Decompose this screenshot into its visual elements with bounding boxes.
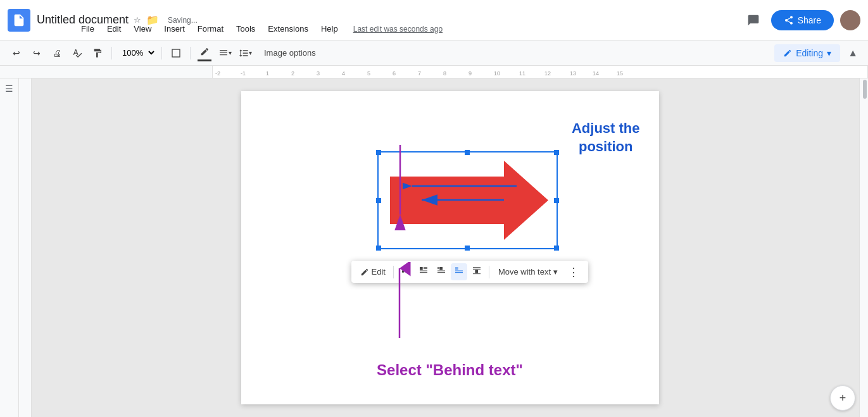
menu-bar: File Edit View Insert Format Tools Exten…: [32, 22, 487, 36]
align-break-button[interactable]: [433, 263, 450, 280]
handle-mr[interactable]: [554, 198, 559, 203]
editing-label: Editing: [796, 48, 823, 58]
doc-icon: [8, 9, 30, 32]
floating-image-toolbar: Edit: [351, 261, 589, 283]
title-bar: Untitled document ☆ 📁 Saving... File Edi…: [0, 0, 868, 40]
zoom-select[interactable]: 100%: [117, 46, 156, 59]
zoom-controls: +: [830, 385, 855, 411]
print-button[interactable]: 🖨: [48, 44, 66, 62]
title-section: Untitled document ☆ 📁 Saving... File Edi…: [37, 13, 198, 27]
move-with-text-label: Move with text: [498, 267, 551, 277]
select-behind-text-annotation: Select "Behind text": [377, 361, 523, 379]
svg-rect-0: [172, 49, 180, 57]
right-scrollbar-panel: [859, 78, 868, 417]
spellcheck-button[interactable]: [68, 44, 86, 62]
selection-border: [377, 151, 558, 249]
move-with-text-button[interactable]: Move with text ▾: [493, 265, 563, 279]
document-page: Edit: [241, 91, 659, 404]
comment-button[interactable]: [742, 9, 765, 32]
handle-tr[interactable]: [554, 150, 559, 155]
menu-file[interactable]: File: [76, 22, 99, 36]
line-spacing-button[interactable]: ▾: [236, 44, 254, 62]
edit-label: Edit: [372, 267, 386, 277]
handle-bm[interactable]: [465, 246, 470, 251]
ft-divider-2: [489, 266, 489, 278]
handle-tl[interactable]: [376, 150, 381, 155]
avatar: [840, 10, 860, 30]
editing-button[interactable]: Editing ▾: [774, 44, 840, 62]
divider-1: [111, 47, 112, 59]
print-layout-button[interactable]: [167, 44, 185, 62]
editing-dropdown-icon: ▾: [827, 48, 831, 58]
share-label: Share: [798, 15, 821, 25]
handle-bl[interactable]: [376, 246, 381, 251]
menu-insert[interactable]: Insert: [159, 22, 190, 36]
menu-tools[interactable]: Tools: [231, 22, 260, 36]
handle-tm[interactable]: [465, 150, 470, 155]
more-options-button[interactable]: ⋮: [564, 264, 583, 280]
svg-rect-22: [475, 270, 478, 273]
line-style-button[interactable]: ▾: [216, 44, 234, 62]
svg-rect-12: [439, 267, 443, 270]
right-controls: Share: [742, 9, 860, 32]
align-inline-button[interactable]: [398, 263, 414, 280]
align-behind-button[interactable]: [451, 263, 467, 280]
main-area: ☰: [0, 78, 868, 417]
border-color-button[interactable]: [196, 44, 213, 62]
secondary-toolbar: ↩ ↪ 🖨 100% ▾ ▾ Image options Editing ▾ ▲: [0, 40, 868, 66]
image-options-button[interactable]: Image options: [256, 46, 324, 60]
svg-rect-5: [402, 270, 404, 272]
scrollbar-thumb[interactable]: [863, 80, 867, 99]
ruler: -2 -1 1 2 3 4 5 6 7 8 9 10 11 12 13 14 1…: [0, 66, 868, 78]
adjust-position-annotation: Adjust the position: [572, 120, 640, 156]
ft-divider-1: [393, 266, 394, 278]
menu-format[interactable]: Format: [192, 22, 229, 36]
divider-2: [161, 47, 162, 59]
move-with-text-dropdown-icon: ▾: [553, 267, 558, 277]
align-front-button[interactable]: [469, 263, 485, 280]
menu-edit[interactable]: Edit: [102, 22, 126, 36]
menu-help[interactable]: Help: [316, 22, 343, 36]
svg-rect-3: [402, 267, 404, 269]
svg-rect-17: [455, 267, 458, 270]
menu-extensions[interactable]: Extensions: [263, 22, 313, 36]
svg-rect-7: [420, 267, 423, 270]
doc-area[interactable]: Edit: [32, 78, 868, 417]
last-edit-text[interactable]: Last edit was seconds ago: [353, 25, 443, 34]
edit-image-button[interactable]: Edit: [356, 265, 389, 279]
divider-3: [190, 47, 191, 59]
menu-view[interactable]: View: [129, 22, 156, 36]
handle-br[interactable]: [554, 246, 559, 251]
paint-format-button[interactable]: [89, 44, 106, 62]
handle-ml[interactable]: [376, 198, 381, 203]
left-panel: ☰: [0, 78, 19, 417]
collapse-toolbar-button[interactable]: ▲: [845, 45, 860, 61]
align-wrap-button[interactable]: [415, 263, 432, 280]
outline-icon[interactable]: ☰: [5, 84, 13, 94]
image-container[interactable]: [377, 151, 558, 249]
undo-button[interactable]: ↩: [8, 44, 25, 62]
left-ruler: [19, 78, 32, 417]
zoom-fab[interactable]: +: [830, 385, 855, 411]
redo-button[interactable]: ↪: [28, 44, 46, 62]
share-button[interactable]: Share: [771, 10, 834, 30]
ruler-content: -2 -1 1 2 3 4 5 6 7 8 9 10 11 12 13 14 1…: [212, 66, 868, 78]
